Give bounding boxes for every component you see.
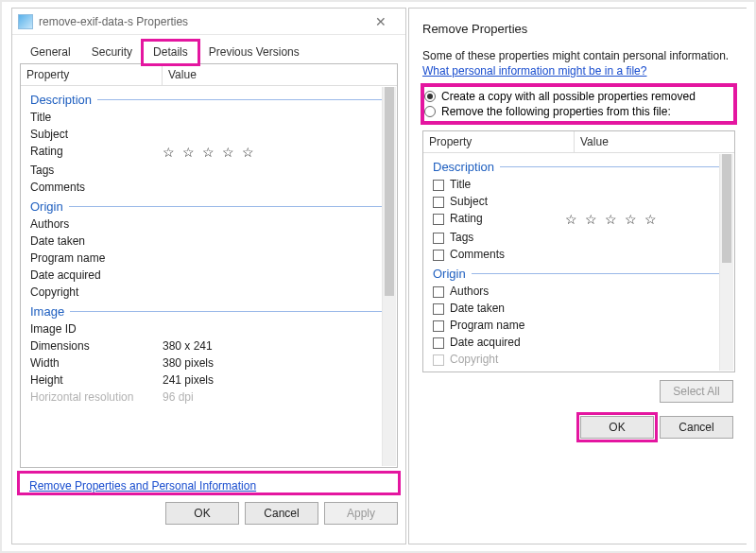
- scrollbar-thumb[interactable]: [385, 87, 394, 296]
- group-description: Description: [429, 156, 730, 176]
- remove-link-highlight: Remove Properties and Personal Informati…: [20, 474, 398, 493]
- column-value-header[interactable]: Value: [163, 64, 397, 85]
- personal-info-link[interactable]: What personal information might be in a …: [422, 64, 646, 78]
- check-row: Title: [429, 176, 730, 193]
- prop-row: Comments: [26, 179, 393, 196]
- dialog-buttons: OK Cancel: [422, 403, 735, 439]
- ok-button[interactable]: OK: [580, 416, 654, 439]
- prop-label: Title: [450, 178, 471, 191]
- prop-value: 380 x 241: [163, 339, 393, 353]
- column-value-header[interactable]: Value: [575, 131, 734, 152]
- remove-properties-link[interactable]: Remove Properties and Personal Informati…: [20, 474, 256, 493]
- prop-row: Tags: [26, 162, 393, 179]
- window-title: remove-exif-data-s Properties: [39, 15, 362, 28]
- prop-row: Rating☆ ☆ ☆ ☆ ☆: [26, 143, 393, 162]
- checkbox[interactable]: [433, 354, 444, 366]
- prop-value: 380 pixels: [163, 356, 393, 370]
- checkbox[interactable]: [433, 320, 444, 332]
- tab-general[interactable]: General: [20, 41, 81, 64]
- vertical-scrollbar[interactable]: [719, 154, 733, 371]
- column-property-header[interactable]: Property: [423, 131, 575, 152]
- group-origin: Origin: [429, 263, 730, 283]
- radio-group-highlight: Create a copy with all possible properti…: [422, 85, 735, 123]
- check-row: Copyright: [429, 351, 730, 368]
- properties-list[interactable]: Description Title Subject Rating☆ ☆ ☆ ☆ …: [423, 154, 734, 372]
- prop-row: Authors: [26, 216, 393, 233]
- prop-label: Copyright: [450, 353, 498, 366]
- prop-label: Dimensions: [30, 339, 163, 353]
- apply-button[interactable]: Apply: [324, 502, 398, 525]
- check-row: Program name: [429, 317, 730, 334]
- checkbox[interactable]: [433, 197, 444, 208]
- prop-row: Height241 pixels: [26, 372, 393, 389]
- details-pane: Property Value Description Title Subject…: [20, 63, 398, 468]
- group-origin: Origin: [26, 196, 393, 216]
- prop-row: Subject: [26, 126, 393, 143]
- dialog-buttons: OK Cancel Apply: [12, 493, 405, 528]
- check-row: Authors: [429, 283, 730, 300]
- radio-icon: [424, 106, 436, 117]
- column-headers: Property Value: [21, 64, 397, 86]
- prop-row: Image ID: [26, 320, 393, 337]
- ok-button[interactable]: OK: [165, 502, 239, 525]
- prop-label: Tags: [450, 231, 473, 244]
- checkbox[interactable]: [433, 303, 444, 315]
- radio-remove-following[interactable]: Remove the following properties from thi…: [424, 104, 731, 119]
- tab-details[interactable]: Details: [143, 41, 198, 64]
- rating-stars[interactable]: ☆ ☆ ☆ ☆ ☆: [163, 145, 393, 160]
- remove-properties-dialog: Remove Properties Some of these properti…: [408, 8, 747, 544]
- checkbox[interactable]: [433, 180, 444, 191]
- prop-label: Tags: [30, 164, 163, 177]
- prop-label: Height: [30, 373, 163, 387]
- radio-create-copy[interactable]: Create a copy with all possible properti…: [424, 89, 731, 104]
- checkbox[interactable]: [433, 337, 444, 349]
- checkbox[interactable]: [433, 214, 444, 225]
- group-description: Description: [26, 89, 393, 109]
- vertical-scrollbar[interactable]: [382, 87, 396, 466]
- cancel-button[interactable]: Cancel: [660, 416, 733, 439]
- tab-strip: General Security Details Previous Versio…: [12, 35, 405, 64]
- check-row: Comments: [429, 246, 730, 263]
- prop-label: Copyright: [30, 285, 163, 299]
- checkbox[interactable]: [433, 233, 444, 244]
- check-row: Date acquired: [429, 334, 730, 351]
- prop-label: Comments: [450, 248, 505, 261]
- dialog-description: Some of these properties might contain p…: [422, 49, 735, 62]
- tab-security[interactable]: Security: [81, 41, 143, 64]
- prop-value: 96 dpi: [163, 390, 393, 404]
- prop-label: Rating: [30, 145, 163, 160]
- tab-previous-versions[interactable]: Previous Versions: [198, 41, 310, 64]
- prop-label: Subject: [30, 128, 163, 141]
- check-row: Subject: [429, 193, 730, 210]
- radio-label: Create a copy with all possible properti…: [441, 90, 696, 103]
- scrollbar-thumb[interactable]: [722, 154, 731, 263]
- prop-row: Date taken: [26, 233, 393, 250]
- prop-row: Copyright: [26, 284, 393, 301]
- close-icon[interactable]: ✕: [362, 9, 400, 34]
- prop-row: Width380 pixels: [26, 354, 393, 372]
- checkbox[interactable]: [433, 286, 444, 298]
- dialog-title: Remove Properties: [422, 22, 735, 36]
- prop-row: Program name: [26, 250, 393, 267]
- prop-label: Subject: [450, 195, 488, 208]
- prop-value: 241 pixels: [163, 373, 393, 387]
- column-property-header[interactable]: Property: [21, 64, 163, 85]
- prop-label: Width: [30, 356, 163, 370]
- checkbox[interactable]: [433, 250, 444, 261]
- prop-label: Authors: [30, 217, 163, 231]
- prop-label: Date taken: [30, 234, 163, 248]
- radio-icon: [424, 91, 436, 102]
- select-all-button[interactable]: Select All: [660, 380, 733, 403]
- select-all-row: Select All: [422, 372, 735, 403]
- prop-row: Date acquired: [26, 267, 393, 284]
- check-row: Date taken: [429, 300, 730, 317]
- details-list[interactable]: Description Title Subject Rating☆ ☆ ☆ ☆ …: [21, 87, 397, 467]
- prop-label: Image ID: [30, 322, 163, 336]
- titlebar: remove-exif-data-s Properties ✕: [12, 9, 405, 35]
- cancel-button[interactable]: Cancel: [245, 502, 318, 525]
- prop-label: Comments: [30, 181, 163, 194]
- prop-label: Title: [30, 111, 163, 124]
- radio-label: Remove the following properties from thi…: [441, 105, 671, 118]
- check-row: Rating☆ ☆ ☆ ☆ ☆: [429, 210, 730, 229]
- column-headers: Property Value: [423, 131, 734, 153]
